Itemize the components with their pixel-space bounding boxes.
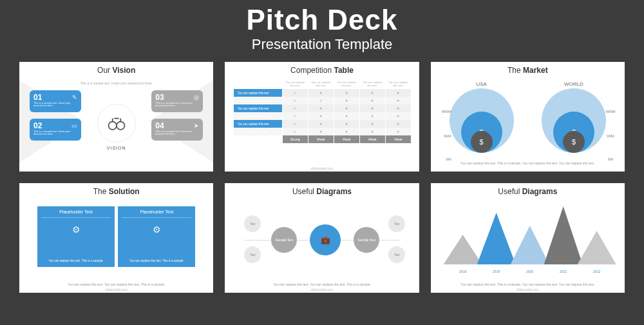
vision-label: VISION <box>19 146 213 150</box>
slide-grid: Our Vision This is a sample text. Insert… <box>19 62 625 293</box>
slide-solution: The Solution Placeholder Text ⚙ You can … <box>19 183 213 293</box>
slide-caption: You can replace this text. This is a sam… <box>431 282 625 287</box>
chart-triangle <box>511 226 549 264</box>
binoculars-icon <box>107 113 126 133</box>
chart-triangle <box>544 206 583 264</box>
flow-node: Text <box>244 246 261 263</box>
chart-year: 2019 <box>477 270 516 273</box>
pencil-icon: ✎ <box>72 94 77 101</box>
monitor-icon: ▭ <box>71 123 77 129</box>
slide-competition: Competition Table You can replace this t… <box>225 62 419 172</box>
vision-card-03: 03◎This is a sample text. Insert your de… <box>151 90 203 112</box>
slide-title: Useful Diagrams <box>431 183 625 197</box>
slide-caption: You can replace this text. You can repla… <box>19 282 213 287</box>
flow-node: Text <box>244 215 261 232</box>
vision-subtitle: This is a sample text. Insert your desir… <box>19 81 213 85</box>
market-col-usa: USA $ $ $ 999M 99M 9M <box>433 81 530 156</box>
slide-caption: You can replace this text. This is a sam… <box>431 161 625 166</box>
hero-title: Pitch Deck <box>19 4 625 36</box>
hero: Pitch Deck Presentation Template <box>19 4 625 53</box>
vision-center <box>98 104 135 142</box>
chart-triangle <box>444 235 482 264</box>
slide-title: The Market <box>431 62 625 76</box>
gears-icon: ⚙ <box>37 224 115 235</box>
triangle-chart: 2018 2019 2020 2021 2022 <box>446 209 609 273</box>
chart-year: 2021 <box>544 270 583 273</box>
slide-caption: You can replace this text. You can repla… <box>225 282 419 287</box>
chart-triangle <box>578 231 616 264</box>
slide-market: The Market USA $ $ $ 999M 99M 9M WORLD $… <box>431 62 625 172</box>
vision-card-01: 01✎This is a sample text. Insert your de… <box>30 90 81 112</box>
vision-card-04: 04➤This is a sample text. Insert your de… <box>151 119 203 141</box>
chart-year: 2022 <box>578 270 616 273</box>
slide-flow-diagram: Useful Diagrams Text Text Sample Text 💼 … <box>225 183 419 293</box>
market-col-world: WORLD $ $ $ 999M 99M 9M <box>526 81 622 156</box>
dollar-icon: $ <box>563 131 585 153</box>
slide-title: Useful Diagrams <box>225 183 419 197</box>
slide-title: Competition Table <box>225 62 419 76</box>
slide-vision: Our Vision This is a sample text. Insert… <box>19 62 213 172</box>
gears-icon: ⚙ <box>118 224 195 235</box>
solution-box: Placeholder Text ⚙ You can replace this … <box>118 206 195 267</box>
chart-triangle <box>477 213 516 264</box>
flow-node: Text <box>388 246 405 263</box>
briefcase-icon: 💼 <box>310 224 341 255</box>
competition-table: You can replace this text.You can replac… <box>233 80 412 143</box>
slide-footer: slidemodel.com <box>431 288 625 291</box>
target-icon: ◎ <box>194 94 199 101</box>
slide-title: The Solution <box>19 183 213 197</box>
dollar-icon: $ <box>471 131 493 153</box>
chart-year: 2018 <box>444 270 482 273</box>
slide-footer: slidemodel.com <box>19 288 213 291</box>
chart-year: 2020 <box>511 270 549 273</box>
page: Pitch Deck Presentation Template Our Vis… <box>0 0 644 303</box>
slide-footer: slidemodel.com <box>225 288 419 291</box>
slide-title: Our Vision <box>19 62 213 76</box>
solution-box: Placeholder Text ⚙ You can replace this … <box>37 206 115 267</box>
hero-subtitle: Presentation Template <box>19 36 625 53</box>
slide-triangle-chart: Useful Diagrams 2018 2019 2020 2021 2022… <box>431 183 625 293</box>
flow-node: Sample Text <box>354 227 379 253</box>
flow-node: Sample Text <box>271 227 297 253</box>
flow-node: Text <box>388 215 405 232</box>
slide-footer: slidemodel.com <box>225 166 419 170</box>
vision-card-02: 02▭This is a sample text. Insert your de… <box>30 119 81 141</box>
rocket-icon: ➤ <box>194 123 199 129</box>
svg-point-0 <box>108 122 117 130</box>
svg-point-1 <box>117 122 125 130</box>
